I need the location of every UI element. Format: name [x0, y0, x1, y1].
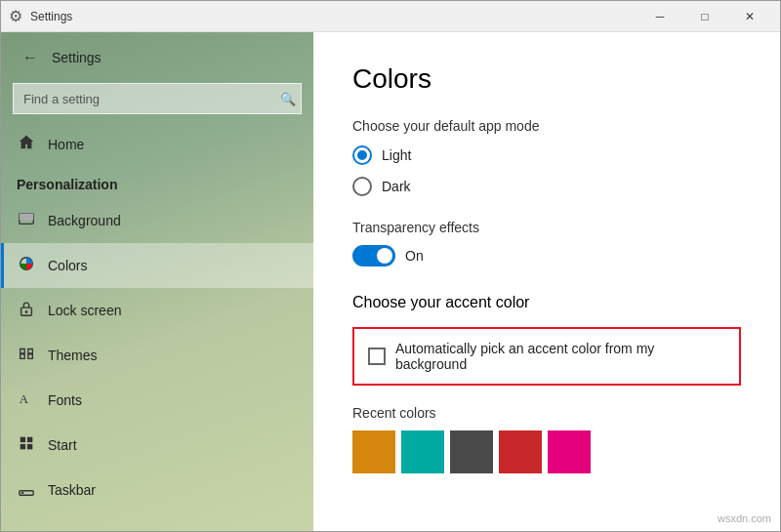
transparency-toggle[interactable] [352, 245, 395, 266]
settings-icon: ⚙ [9, 7, 22, 25]
color-swatch-red[interactable] [499, 430, 542, 473]
sidebar-app-title: Settings [52, 50, 102, 65]
minimize-button[interactable]: ─ [637, 1, 682, 32]
svg-rect-6 [21, 437, 25, 442]
sidebar-search: 🔍 [13, 83, 302, 114]
sidebar-item-themes[interactable]: Themes [1, 333, 313, 378]
color-swatch-amber[interactable] [352, 430, 395, 473]
back-button[interactable]: ← [17, 44, 44, 71]
maximize-button[interactable]: □ [682, 1, 727, 32]
close-button[interactable]: ✕ [727, 1, 772, 32]
radio-dark[interactable]: Dark [352, 177, 741, 196]
fonts-label: Fonts [48, 392, 82, 408]
color-swatch-magenta[interactable] [548, 430, 591, 473]
radio-light-label: Light [382, 147, 411, 163]
taskbar-label: Taskbar [48, 482, 96, 498]
svg-rect-11 [21, 492, 24, 494]
fonts-icon: A [17, 389, 36, 411]
radio-dark-label: Dark [382, 179, 411, 194]
auto-pick-checkbox[interactable] [368, 348, 386, 365]
sidebar-item-colors[interactable]: Colors [1, 243, 313, 288]
search-input[interactable] [13, 83, 302, 114]
home-label: Home [48, 137, 84, 152]
transparency-label: Transparency effects [352, 220, 741, 235]
sidebar-item-fonts[interactable]: A Fonts [1, 378, 313, 423]
color-swatch-teal[interactable] [401, 430, 444, 473]
search-icon[interactable]: 🔍 [280, 92, 296, 106]
svg-rect-7 [27, 437, 32, 442]
start-label: Start [48, 437, 77, 453]
personalization-label: Personalization [1, 167, 313, 198]
title-bar-controls: ─ □ ✕ [637, 1, 772, 32]
auto-pick-label: Automatically pick an accent color from … [395, 341, 725, 372]
sidebar-item-background[interactable]: Background [1, 198, 313, 243]
radio-dark-circle [352, 177, 372, 196]
title-bar-left: ⚙ Settings [9, 7, 72, 25]
watermark: wsxdn.com [718, 512, 771, 524]
title-bar-title: Settings [30, 10, 72, 23]
sidebar-item-home[interactable]: Home [1, 122, 313, 167]
page-title: Colors [352, 63, 741, 95]
sidebar-item-lock-screen[interactable]: Lock screen [1, 288, 313, 333]
toggle-row: On [352, 245, 741, 266]
recent-colors-title: Recent colors [352, 405, 741, 421]
taskbar-icon [17, 479, 36, 501]
title-bar: ⚙ Settings ─ □ ✕ [1, 1, 780, 32]
radio-light[interactable]: Light [352, 145, 741, 165]
themes-icon [17, 345, 36, 366]
app-mode-label: Choose your default app mode [352, 118, 741, 134]
app-body: ← Settings 🔍 Home Personalization [1, 32, 780, 531]
transparency-section: Transparency effects On [352, 220, 741, 266]
svg-rect-9 [27, 444, 32, 449]
color-swatch-dark-gray[interactable] [450, 430, 493, 473]
colors-label: Colors [48, 258, 87, 273]
sidebar-item-taskbar[interactable]: Taskbar [1, 468, 313, 512]
svg-rect-8 [21, 444, 25, 449]
start-icon [17, 434, 36, 456]
background-label: Background [48, 213, 121, 228]
themes-label: Themes [48, 348, 98, 363]
app-mode-radio-group: Light Dark [352, 145, 741, 196]
sidebar-nav-top: ← Settings [1, 32, 313, 83]
content-area: Colors Choose your default app mode Ligh… [313, 32, 780, 531]
svg-point-4 [25, 310, 28, 313]
radio-light-circle [352, 145, 372, 165]
auto-pick-checkbox-row[interactable]: Automatically pick an accent color from … [352, 327, 741, 386]
toggle-on-label: On [405, 248, 424, 264]
color-swatches [352, 430, 741, 473]
accent-section-title: Choose your accent color [352, 294, 741, 311]
colors-icon [17, 255, 36, 276]
lock-icon [17, 300, 36, 321]
home-icon [17, 134, 36, 155]
active-indicator [1, 243, 4, 288]
sidebar: ← Settings 🔍 Home Personalization [1, 32, 313, 531]
background-icon [17, 210, 36, 231]
svg-text:A: A [20, 392, 28, 406]
svg-rect-1 [20, 214, 33, 221]
lock-screen-label: Lock screen [48, 303, 121, 318]
sidebar-item-start[interactable]: Start [1, 423, 313, 468]
